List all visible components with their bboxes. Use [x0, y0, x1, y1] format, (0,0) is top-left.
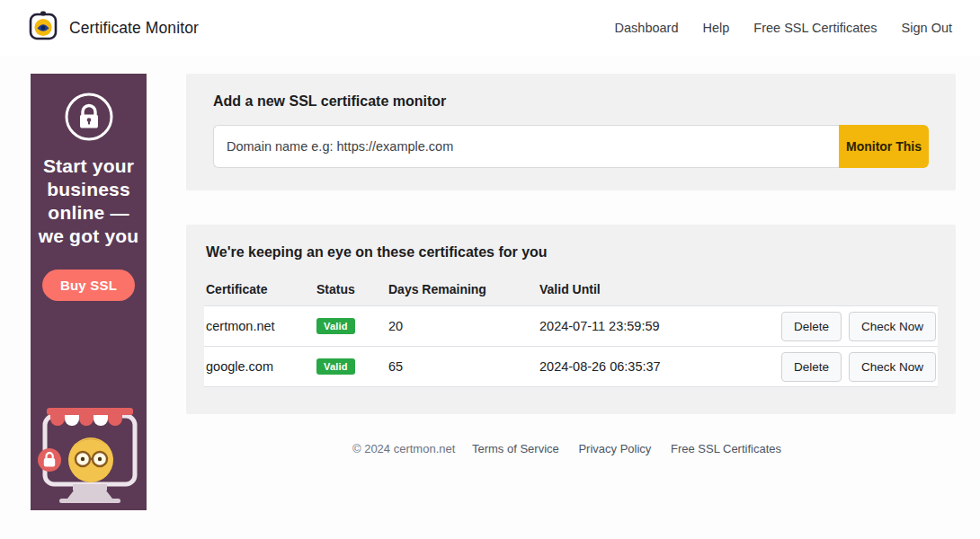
certificate-domain: certmon.net — [204, 319, 316, 333]
certificate-row: certmon.net Valid 20 2024-07-11 23:59:59… — [204, 305, 938, 346]
certificates-card: We're keeping an eye on these certificat… — [186, 225, 956, 414]
column-status: Status — [316, 282, 388, 296]
days-remaining-value: 20 — [388, 319, 539, 333]
top-nav: Dashboard Help Free SSL Certificates Sig… — [591, 21, 952, 35]
certificate-domain: google.com — [204, 359, 316, 374]
status-badge: Valid — [316, 358, 355, 375]
footer-link-free-ssl-certificates[interactable]: Free SSL Certificates — [671, 442, 781, 455]
app-logo-icon — [28, 9, 58, 47]
nav-free-ssl-certificates[interactable]: Free SSL Certificates — [753, 21, 877, 35]
footer: © 2024 certmon.net Terms of Service Priv… — [186, 442, 956, 455]
table-header-row: Certificate Status Days Remaining Valid … — [204, 273, 938, 305]
days-remaining-value: 65 — [388, 359, 539, 374]
buy-ssl-button[interactable]: Buy SSL — [42, 270, 135, 301]
shop-monitor-illustration — [31, 404, 147, 510]
nav-sign-out[interactable]: Sign Out — [902, 21, 952, 35]
promo-sidebar: Start your business online — we got you … — [31, 74, 147, 510]
check-now-button[interactable]: Check Now — [849, 352, 936, 382]
app-title: Certificate Monitor — [69, 19, 199, 38]
header: Certificate Monitor Dashboard Help Free … — [0, 0, 980, 56]
valid-until-value: 2024-07-11 23:59:59 — [539, 319, 781, 333]
certificates-table-body: certmon.net Valid 20 2024-07-11 23:59:59… — [204, 305, 938, 387]
delete-button[interactable]: Delete — [781, 352, 842, 382]
valid-until-value: 2024-08-26 06:35:37 — [539, 359, 781, 374]
promo-headline: Start your business online — we got you — [36, 155, 142, 248]
app-screen: Certificate Monitor Dashboard Help Free … — [0, 0, 980, 539]
nav-help[interactable]: Help — [702, 21, 729, 35]
copyright-text: © 2024 certmon.net — [352, 442, 455, 455]
lock-circle-icon — [64, 92, 114, 146]
add-monitor-form: Monitor This — [213, 125, 929, 168]
nav-dashboard[interactable]: Dashboard — [615, 21, 679, 35]
certificate-row: google.com Valid 65 2024-08-26 06:35:37 … — [204, 346, 938, 387]
domain-input[interactable] — [213, 125, 839, 168]
delete-button[interactable]: Delete — [781, 312, 842, 341]
add-monitor-card: Add a new SSL certificate monitor Monito… — [186, 74, 956, 190]
monitor-this-button[interactable]: Monitor This — [839, 125, 929, 168]
column-valid-until: Valid Until — [539, 282, 936, 296]
column-days-remaining: Days Remaining — [388, 282, 539, 296]
footer-link-terms-of-service[interactable]: Terms of Service — [472, 442, 559, 455]
footer-link-privacy-policy[interactable]: Privacy Policy — [578, 442, 651, 455]
brand[interactable]: Certificate Monitor — [28, 9, 199, 47]
status-badge: Valid — [316, 318, 355, 334]
add-monitor-title: Add a new SSL certificate monitor — [213, 93, 929, 110]
certificates-title: We're keeping an eye on these certificat… — [204, 244, 938, 261]
check-now-button[interactable]: Check Now — [849, 312, 936, 341]
column-certificate: Certificate — [204, 282, 316, 296]
